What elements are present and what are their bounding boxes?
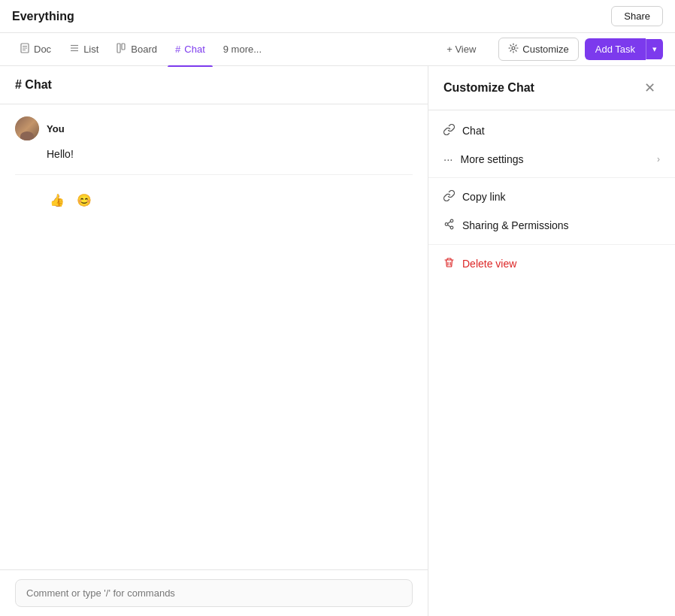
menu-item-chat[interactable]: Chat (428, 116, 675, 145)
list-icon (69, 43, 80, 56)
add-task-group: Add Task ▾ (585, 38, 663, 60)
tab-chat-label: Chat (184, 44, 204, 55)
menu-item-delete-left: Delete view (443, 257, 516, 270)
message-header: You (15, 116, 413, 140)
svg-point-10 (450, 219, 453, 222)
chat-panel-title: # Chat (15, 78, 52, 91)
emoji-icon: 😊 (77, 194, 92, 207)
share-button[interactable]: Share (611, 6, 663, 26)
add-view-label: + View (446, 44, 476, 55)
link-icon (443, 124, 455, 137)
like-button[interactable]: 👍 (47, 192, 68, 209)
svg-rect-8 (122, 44, 125, 50)
menu-item-more-left: ··· More settings (443, 152, 524, 165)
add-view-button[interactable]: + View (439, 39, 483, 59)
menu-item-delete[interactable]: Delete view (428, 249, 675, 278)
doc-icon (20, 43, 30, 56)
emoji-button[interactable]: 😊 (74, 192, 95, 209)
tab-board-label: Board (131, 44, 157, 55)
tab-list-label: List (83, 44, 98, 55)
menu-delete-label: Delete view (462, 258, 516, 270)
menu-more-settings-label: More settings (461, 153, 524, 165)
chevron-down-icon: ▾ (652, 44, 657, 53)
tab-board[interactable]: Board (109, 37, 165, 62)
tabbar: Doc List Board # Chat 9 more... + View (0, 33, 675, 66)
message-author: You (47, 123, 65, 134)
svg-rect-7 (117, 44, 120, 53)
tab-doc-label: Doc (34, 44, 51, 55)
message-divider (15, 174, 413, 175)
customize-button[interactable]: Customize (498, 38, 578, 61)
main-layout: # Chat You Hello! 👍 😊 (0, 66, 675, 616)
menu-divider-2 (428, 244, 675, 245)
add-task-dropdown-button[interactable]: ▾ (646, 39, 663, 59)
avatar (15, 116, 39, 140)
tab-more[interactable]: 9 more... (216, 38, 269, 61)
svg-point-12 (450, 226, 453, 229)
gear-icon (508, 43, 519, 56)
svg-point-9 (512, 47, 515, 50)
message-actions: 👍 😊 (47, 192, 413, 209)
page-title: Everything (12, 10, 74, 23)
message-container: You Hello! 👍 😊 (15, 116, 413, 209)
close-button[interactable]: ✕ (640, 78, 660, 98)
svg-line-13 (448, 222, 451, 224)
close-icon: ✕ (644, 80, 655, 95)
chat-panel: # Chat You Hello! 👍 😊 (0, 66, 428, 616)
tab-more-label: 9 more... (223, 44, 262, 55)
chevron-right-icon: › (657, 154, 660, 165)
svg-point-11 (445, 223, 448, 226)
add-task-button[interactable]: Add Task (585, 38, 646, 60)
menu-item-copy-link[interactable]: Copy link (428, 183, 675, 211)
menu-divider-1 (428, 177, 675, 178)
customize-header: Customize Chat ✕ (428, 66, 675, 110)
right-toolbar: Customize Add Task ▾ (498, 38, 663, 61)
customize-menu: Chat ··· More settings › (428, 110, 675, 284)
trash-icon (443, 257, 455, 270)
menu-item-sharing-left: Sharing & Permissions (443, 219, 569, 232)
board-icon (117, 43, 127, 56)
customize-panel-title: Customize Chat (443, 81, 534, 95)
customize-label: Customize (522, 44, 568, 55)
thumbs-up-icon: 👍 (50, 194, 65, 207)
comment-input-area (0, 569, 428, 616)
menu-copy-link-label: Copy link (462, 191, 506, 203)
menu-item-more-settings[interactable]: ··· More settings › (428, 145, 675, 173)
menu-item-copy-left: Copy link (443, 190, 506, 204)
tab-doc[interactable]: Doc (12, 37, 59, 62)
menu-chat-label: Chat (462, 125, 485, 137)
message-text: Hello! (47, 146, 413, 162)
customize-panel: Customize Chat ✕ Chat (428, 66, 675, 616)
dots-icon: ··· (443, 152, 453, 165)
menu-item-chat-left: Chat (443, 124, 485, 137)
menu-item-sharing[interactable]: Sharing & Permissions (428, 211, 675, 240)
menu-sharing-label: Sharing & Permissions (462, 219, 569, 231)
sharing-icon (443, 219, 455, 232)
svg-line-14 (448, 225, 451, 228)
copy-link-icon (443, 190, 455, 204)
comment-input[interactable] (15, 579, 413, 607)
avatar-image (15, 116, 39, 140)
chat-panel-header: # Chat (0, 66, 428, 104)
tab-list[interactable]: List (62, 37, 106, 62)
topbar: Everything Share (0, 0, 675, 33)
chat-hash-icon: # (175, 44, 180, 55)
tab-chat[interactable]: # Chat (168, 38, 213, 61)
chat-area: You Hello! 👍 😊 (0, 104, 428, 616)
